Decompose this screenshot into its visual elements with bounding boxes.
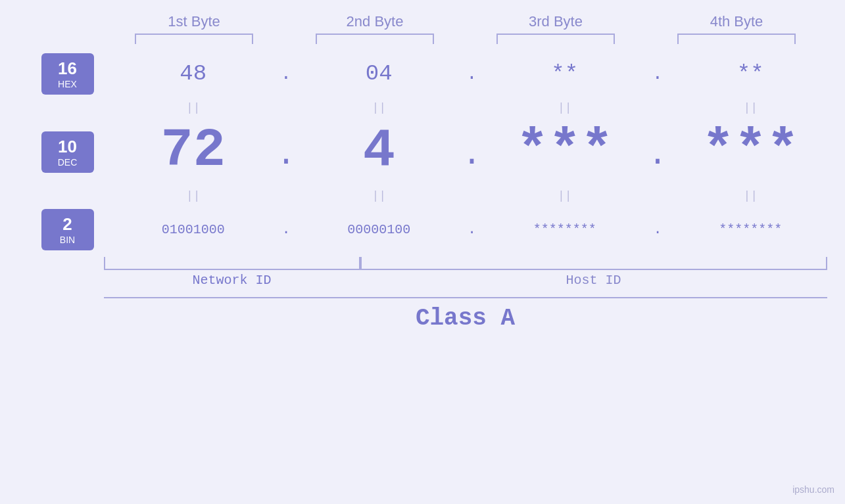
- bin-label-box: 2 BIN: [41, 209, 94, 250]
- bracket-b3: [496, 34, 615, 44]
- pipe2-c4: ||: [667, 189, 834, 202]
- byte1-header: 1st Byte: [122, 13, 266, 30]
- watermark: ipshu.com: [792, 484, 834, 495]
- pipe1-c1: ||: [110, 101, 277, 114]
- dec-data-row: 72 . 4 . *** . ***: [110, 119, 834, 185]
- bin-num: 2: [44, 214, 91, 235]
- bin-b4: ********: [667, 222, 834, 237]
- main-container: 1st Byte 2nd Byte 3rd Byte 4th Byte 16 H…: [0, 0, 845, 504]
- byte3-header: 3rd Byte: [483, 13, 628, 30]
- sep2-dec: .: [462, 139, 482, 172]
- sep3-dec: .: [648, 139, 667, 172]
- pipe1-c3: ||: [482, 101, 648, 114]
- bracket-b1: [135, 34, 253, 44]
- bracket-host: [360, 257, 827, 270]
- bin-b1: 01001000: [110, 222, 277, 237]
- dec-b3: ***: [482, 124, 648, 178]
- pipe1-c4: ||: [667, 101, 834, 114]
- hex-data-row: 48 . 04 . ** . **: [110, 51, 834, 97]
- pipe2-c2: ||: [296, 189, 462, 202]
- sep1-bin: .: [276, 221, 296, 238]
- bin-b2: 00000100: [296, 222, 462, 237]
- hex-b2: 04: [296, 61, 462, 86]
- dec-base: DEC: [44, 157, 91, 168]
- rows-wrapper: 16 HEX 10 DEC 2 BIN: [25, 51, 834, 252]
- pipe2-c3: ||: [482, 189, 648, 202]
- class-row: Class A: [104, 297, 827, 332]
- bin-base: BIN: [44, 235, 91, 245]
- sep2-bin: .: [462, 221, 482, 238]
- dec-num: 10: [44, 137, 91, 157]
- dec-b4: ***: [667, 124, 834, 178]
- byte4-header: 4th Byte: [664, 13, 809, 30]
- hex-b1: 48: [110, 61, 277, 86]
- network-id-label: Network ID: [104, 273, 360, 288]
- bin-label-section: 2 BIN: [41, 207, 94, 252]
- sep1-dec: .: [276, 139, 296, 172]
- sep3-hex: .: [648, 64, 667, 84]
- hex-b3: **: [482, 61, 648, 86]
- hex-b4: **: [667, 61, 834, 86]
- rows-column: 48 . 04 . ** . ** ||: [110, 51, 834, 252]
- bracket-b2: [316, 34, 434, 44]
- hex-num: 16: [44, 58, 91, 79]
- pipe-row-1: || || || ||: [110, 97, 834, 119]
- sep3-bin: .: [648, 221, 667, 238]
- dec-b1: 72: [110, 124, 277, 178]
- sep1-hex: .: [276, 64, 296, 84]
- class-label: Class A: [416, 305, 515, 332]
- bottom-brackets: [104, 257, 827, 270]
- pipe-row-2: || || || ||: [110, 185, 834, 207]
- byte-headers: 1st Byte 2nd Byte 3rd Byte 4th Byte: [104, 13, 827, 30]
- pipe1-c2: ||: [296, 101, 462, 114]
- dec-label-box: 10 DEC: [41, 131, 94, 173]
- host-id-label: Host ID: [360, 273, 827, 288]
- top-brackets: [104, 34, 827, 44]
- bracket-network: [104, 257, 360, 270]
- byte2-header: 2nd Byte: [302, 13, 447, 30]
- id-labels-row: Network ID Host ID: [104, 273, 827, 288]
- labels-column: 16 HEX 10 DEC 2 BIN: [25, 51, 110, 252]
- bracket-b4: [677, 34, 796, 44]
- dec-b2: 4: [296, 124, 462, 178]
- bin-b3: ********: [482, 222, 648, 237]
- bin-data-row: 01001000 . 00000100 . ******** . *******…: [110, 207, 834, 252]
- hex-label-section: 16 HEX: [41, 51, 94, 97]
- pipe2-c1: ||: [110, 189, 277, 202]
- hex-base: HEX: [44, 79, 91, 89]
- dec-label-section: 10 DEC: [41, 119, 94, 185]
- sep2-hex: .: [462, 64, 482, 84]
- hex-label-box: 16 HEX: [41, 53, 94, 95]
